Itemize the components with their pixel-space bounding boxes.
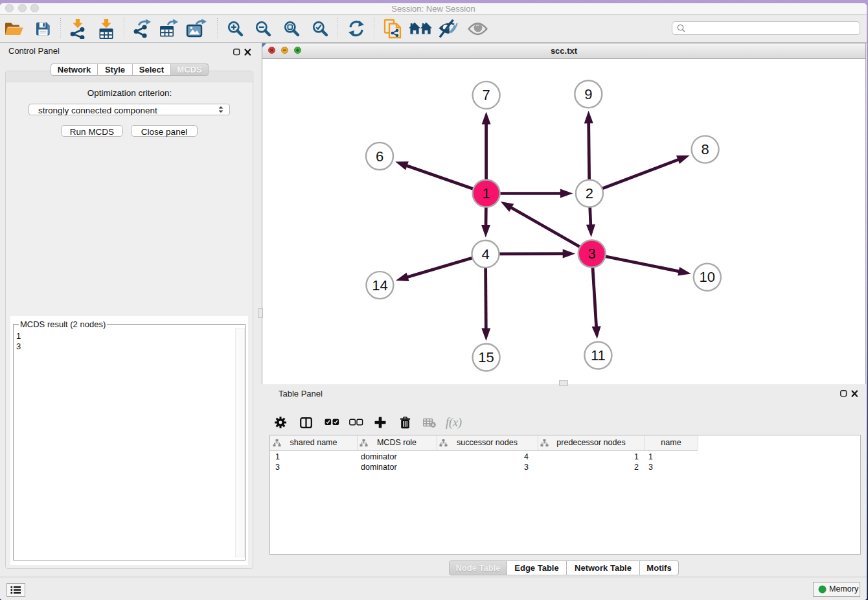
svg-text:9: 9: [584, 86, 592, 102]
svg-text:8: 8: [701, 141, 709, 157]
svg-text:10: 10: [700, 269, 715, 285]
svg-text:3: 3: [588, 246, 596, 262]
svg-text:4: 4: [481, 246, 489, 262]
svg-text:2: 2: [586, 185, 593, 202]
svg-text:14: 14: [372, 277, 387, 294]
svg-text:11: 11: [591, 347, 606, 363]
svg-text:7: 7: [482, 87, 490, 103]
svg-text:1: 1: [482, 185, 490, 202]
svg-text:6: 6: [376, 148, 383, 165]
svg-text:15: 15: [478, 349, 494, 365]
